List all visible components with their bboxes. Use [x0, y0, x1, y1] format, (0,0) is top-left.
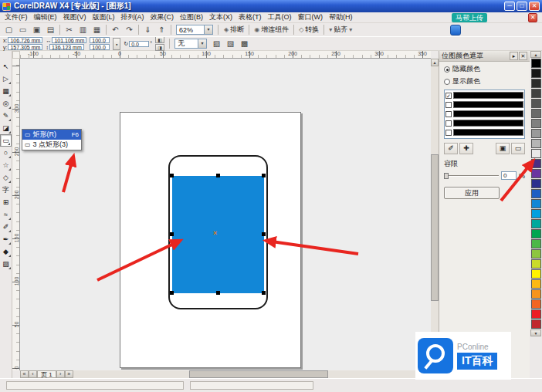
to-front-button[interactable]: ▨: [224, 38, 237, 50]
table-tool[interactable]: ⊞: [0, 196, 12, 208]
outline-width-combo[interactable]: 无 ▾: [174, 39, 207, 49]
scale-x-field[interactable]: 100.0: [90, 37, 110, 43]
uploader-icon[interactable]: [450, 25, 461, 35]
palette-swatch[interactable]: [531, 239, 541, 248]
hide-colors-option[interactable]: 隐藏颜色: [439, 62, 530, 74]
scale-y-field[interactable]: 100.0: [90, 44, 110, 50]
rectangle-tool[interactable]: ▭: [0, 134, 12, 147]
ad-badge[interactable]: 马帮上传: [452, 13, 487, 22]
menu-item[interactable]: 版面(L): [90, 12, 118, 22]
ellipse-tool[interactable]: ○: [0, 147, 12, 159]
mask-color-row[interactable]: [445, 128, 523, 137]
palette-swatch[interactable]: [531, 299, 541, 309]
palette-swatch[interactable]: [531, 99, 541, 108]
vertical-ruler[interactable]: 300250200150100500: [12, 59, 20, 370]
object-height-field[interactable]: 136.123 mm: [49, 44, 84, 50]
palette-swatch[interactable]: [531, 169, 541, 178]
save-button[interactable]: ▣: [30, 24, 43, 36]
new-document-button[interactable]: ▢: [2, 24, 15, 36]
freehand-tool[interactable]: ✎: [0, 110, 12, 122]
document-page[interactable]: ×: [120, 112, 301, 368]
document-close-button[interactable]: ✕: [528, 13, 537, 22]
mirror-vertical-button[interactable]: ◨: [155, 44, 164, 51]
ruler-origin-button[interactable]: [12, 51, 20, 59]
palette-swatch[interactable]: [531, 139, 541, 148]
palette-swatch[interactable]: [531, 269, 541, 279]
menu-item[interactable]: 文件(F): [2, 12, 31, 22]
selection-handle[interactable]: [262, 174, 266, 177]
docker-close-button[interactable]: ✕: [519, 52, 527, 60]
palette-swatch[interactable]: [531, 289, 541, 299]
palette-swatch[interactable]: [531, 89, 541, 98]
docker-flyout-button[interactable]: ▸: [510, 52, 518, 60]
shape-tool[interactable]: ▷: [0, 73, 12, 85]
rotation-angle-field[interactable]: 0.0: [129, 41, 149, 47]
maximize-button[interactable]: □: [517, 2, 527, 11]
palette-swatch[interactable]: [531, 69, 541, 78]
palette-swatch[interactable]: [531, 129, 541, 138]
flyout-item-rectangle[interactable]: ▭ 矩形(R) F6: [22, 130, 81, 140]
palette-swatch[interactable]: [531, 109, 541, 118]
selection-handle[interactable]: [170, 232, 174, 236]
fill-tool[interactable]: ◆: [0, 245, 12, 258]
menu-item[interactable]: 效果(C): [147, 12, 178, 22]
to-back-button[interactable]: ▩: [238, 38, 251, 50]
horizontal-scroll-track[interactable]: [73, 370, 422, 378]
minimize-button[interactable]: ─: [504, 2, 515, 11]
zoom-level-combo[interactable]: 62% ▾: [176, 25, 213, 35]
palette-swatch[interactable]: [531, 189, 541, 198]
palette-swatch[interactable]: [531, 119, 541, 128]
color-eyedropper-button[interactable]: ✐: [444, 143, 458, 154]
undo-button[interactable]: ↶: [109, 24, 122, 36]
vertical-scroll-thumb[interactable]: [431, 154, 439, 301]
snap-to-button[interactable]: ▾贴齐▾: [326, 24, 355, 36]
chevron-down-icon[interactable]: ▾: [204, 25, 212, 34]
apply-button[interactable]: 应用: [444, 187, 500, 199]
palette-swatch[interactable]: [531, 79, 541, 88]
mask-checkbox[interactable]: ✓: [445, 93, 452, 99]
last-page-button[interactable]: »: [65, 370, 73, 378]
open-button[interactable]: ▭: [16, 24, 29, 36]
palette-swatch[interactable]: [531, 279, 541, 289]
previous-page-button[interactable]: ‹: [29, 370, 37, 378]
zoom-tool[interactable]: ◎: [0, 97, 12, 110]
mirror-horizontal-button[interactable]: ◧: [155, 36, 164, 43]
x-position-field[interactable]: 106.726 mm: [8, 37, 42, 43]
cut-button[interactable]: ✂: [63, 24, 76, 36]
radio-selected-icon[interactable]: [444, 66, 450, 73]
menu-item[interactable]: 帮助(H): [326, 12, 356, 22]
mask-color-row[interactable]: ✓: [445, 91, 523, 100]
paste-button[interactable]: ▦: [90, 24, 103, 36]
menu-item[interactable]: 排列(A): [118, 12, 147, 22]
drawing-canvas[interactable]: ×: [20, 59, 431, 370]
next-page-button[interactable]: ›: [56, 370, 65, 378]
mask-color-row[interactable]: [445, 110, 523, 118]
palette-scroll-up-button[interactable]: ▲: [530, 51, 541, 58]
page-tab[interactable]: 页 1: [37, 370, 56, 378]
selected-blue-rectangle[interactable]: [172, 176, 264, 293]
palette-swatch[interactable]: [531, 249, 541, 259]
horizontal-scroll-thumb[interactable]: [189, 370, 328, 378]
radio-unselected-icon[interactable]: [444, 79, 450, 85]
menu-item[interactable]: 窗口(W): [295, 12, 327, 22]
text-tool[interactable]: 字: [0, 184, 12, 196]
pick-tool[interactable]: ↖: [0, 60, 12, 73]
mask-color-row[interactable]: [445, 119, 523, 127]
palette-swatch[interactable]: [531, 159, 541, 168]
y-position-field[interactable]: 157.305 mm: [8, 44, 42, 50]
menu-item[interactable]: 位图(B): [177, 12, 206, 22]
palette-swatch[interactable]: [531, 199, 541, 208]
open-mask-button[interactable]: ▭: [511, 143, 525, 154]
outline-tool[interactable]: ✒: [0, 233, 12, 245]
palette-swatch[interactable]: [531, 229, 541, 238]
show-colors-option[interactable]: 显示颜色: [439, 74, 530, 86]
selection-handle[interactable]: [262, 291, 266, 295]
tolerance-slider-thumb[interactable]: [444, 173, 449, 179]
close-button[interactable]: ✕: [529, 2, 540, 11]
first-page-button[interactable]: «: [20, 370, 29, 378]
mask-checkbox[interactable]: [445, 130, 452, 136]
vertical-scrollbar[interactable]: ▲ ▼: [431, 59, 439, 370]
object-width-field[interactable]: 101.106 mm: [52, 37, 86, 43]
chevron-down-icon[interactable]: ▾: [198, 39, 206, 48]
mask-checkbox[interactable]: [445, 102, 452, 108]
